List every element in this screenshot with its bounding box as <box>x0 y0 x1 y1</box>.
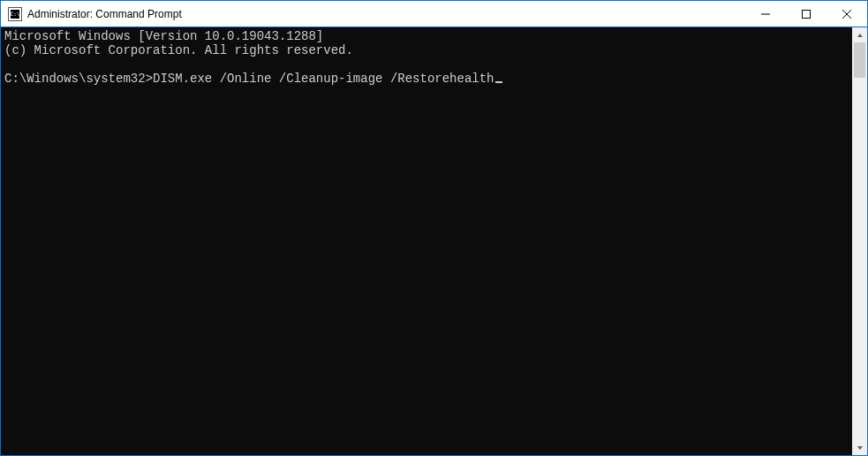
svg-marker-5 <box>857 446 863 450</box>
window-controls <box>745 1 867 27</box>
cursor-icon <box>495 81 502 83</box>
vertical-scrollbar[interactable] <box>852 27 867 455</box>
svg-rect-1 <box>803 10 811 18</box>
terminal-header-line1: Microsoft Windows [Version 10.0.19043.12… <box>4 29 323 43</box>
titlebar[interactable]: C:\ Administrator: Command Prompt <box>1 1 867 27</box>
cmd-icon: C:\ <box>8 7 22 21</box>
close-button[interactable] <box>826 1 867 27</box>
maximize-button[interactable] <box>786 1 826 27</box>
svg-marker-4 <box>857 34 863 37</box>
minimize-button[interactable] <box>745 1 786 27</box>
cmd-icon-label: C:\ <box>11 11 20 17</box>
terminal-header-line2: (c) Microsoft Corporation. All rights re… <box>4 43 353 57</box>
chevron-down-icon <box>857 445 864 452</box>
command-prompt-window: C:\ Administrator: Command Prompt Micros… <box>0 0 868 456</box>
terminal-command: DISM.exe /Online /Cleanup-image /Restore… <box>153 72 494 86</box>
scrollbar-thumb[interactable] <box>854 42 865 78</box>
chevron-up-icon <box>857 32 864 39</box>
scroll-down-button[interactable] <box>852 440 867 455</box>
scrollbar-track[interactable] <box>852 42 867 440</box>
terminal-prompt: C:\Windows\system32> <box>4 72 153 86</box>
window-title: Administrator: Command Prompt <box>27 8 182 20</box>
terminal[interactable]: Microsoft Windows [Version 10.0.19043.12… <box>1 27 852 455</box>
scroll-up-button[interactable] <box>852 27 867 42</box>
titlebar-left: C:\ Administrator: Command Prompt <box>1 7 745 21</box>
terminal-area: Microsoft Windows [Version 10.0.19043.12… <box>1 27 867 455</box>
